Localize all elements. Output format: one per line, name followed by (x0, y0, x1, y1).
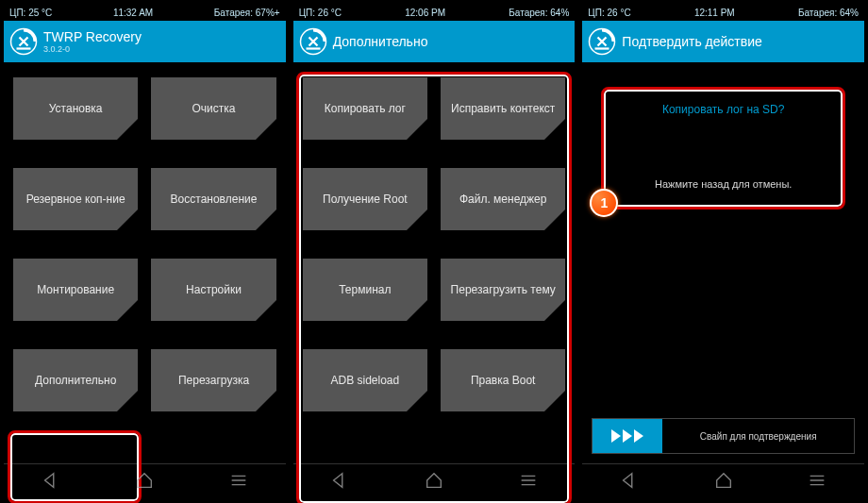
status-cpu: ЦП: 26 °C (588, 8, 630, 18)
tile-grid: Копировать лог Исправить контекст Получе… (303, 77, 566, 411)
reload-theme-button[interactable]: Перезагрузить тему (441, 259, 565, 321)
screen-advanced: ЦП: 26 °C 12:06 PM Батарея: 64% Дополнит… (293, 4, 576, 499)
screen-confirm: ЦП: 26 °C 12:11 PM Батарея: 64% Подтверд… (582, 4, 864, 499)
settings-button[interactable]: Настройки (151, 259, 275, 321)
home-icon[interactable] (713, 470, 734, 495)
header: Дополнительно (293, 21, 576, 62)
navbar (4, 463, 286, 499)
header-text: TWRP Recovery 3.0.2-0 (43, 29, 142, 54)
menu-icon[interactable] (807, 470, 827, 495)
tile-grid: Установка Очистка Резервное коп-ние Восс… (13, 77, 276, 411)
status-battery: Батарея: 64% (798, 8, 859, 18)
navbar (582, 463, 864, 499)
header: Подтвердить действие (582, 21, 864, 62)
swipe-slider-icon[interactable] (593, 419, 662, 453)
get-root-button[interactable]: Получение Root (303, 168, 427, 230)
statusbar: ЦП: 26 °C 12:06 PM Батарея: 64% (293, 4, 576, 21)
status-time: 12:06 PM (405, 8, 445, 18)
boot-edit-button[interactable]: Правка Boot (441, 349, 565, 411)
page-subtitle: 3.0.2-0 (43, 44, 142, 54)
status-battery: Батарея: 64% (509, 8, 569, 18)
reboot-button[interactable]: Перезагрузка (151, 349, 275, 411)
home-icon[interactable] (134, 470, 155, 495)
header-text: Подтвердить действие (622, 34, 761, 49)
content: Копировать лог Исправить контекст Получе… (293, 62, 576, 463)
copy-log-button[interactable]: Копировать лог (303, 77, 427, 140)
twrp-logo-icon (299, 27, 327, 56)
back-icon[interactable] (41, 470, 61, 495)
navbar (293, 463, 576, 499)
back-icon[interactable] (619, 470, 640, 495)
wipe-button[interactable]: Очистка (151, 77, 275, 140)
twrp-logo-icon (9, 27, 38, 56)
statusbar: ЦП: 25 °C 11:32 AM Батарея: 67%+ (4, 4, 286, 21)
content: Установка Очистка Резервное коп-ние Восс… (4, 62, 286, 463)
status-time: 12:11 PM (694, 8, 735, 18)
status-battery: Батарея: 67%+ (214, 8, 280, 18)
swipe-label: Свайп для подтверждения (662, 419, 854, 453)
menu-icon[interactable] (518, 470, 539, 495)
page-title: Подтвердить действие (622, 34, 761, 49)
confirm-cancel-hint: Нажмите назад для отмены. (655, 178, 792, 190)
status-cpu: ЦП: 25 °C (9, 8, 52, 18)
mount-button[interactable]: Монтирование (13, 259, 138, 321)
home-icon[interactable] (424, 470, 444, 495)
swipe-confirm[interactable]: Свайп для подтверждения (592, 418, 855, 454)
statusbar: ЦП: 26 °C 12:11 PM Батарея: 64% (582, 4, 864, 21)
backup-button[interactable]: Резервное коп-ние (13, 168, 138, 230)
step-badge: 1 (590, 189, 618, 217)
confirm-question: Копировать лог на SD? (662, 103, 784, 116)
advanced-button[interactable]: Дополнительно (13, 349, 138, 411)
status-cpu: ЦП: 26 °C (299, 8, 342, 18)
content: Копировать лог на SD? Нажмите назад для … (582, 62, 864, 463)
terminal-button[interactable]: Терминал (303, 259, 427, 321)
page-title: Дополнительно (333, 34, 428, 49)
restore-button[interactable]: Восстановление (151, 168, 275, 230)
page-title: TWRP Recovery (43, 29, 142, 44)
fix-contexts-button[interactable]: Исправить контекст (441, 77, 565, 140)
header-text: Дополнительно (333, 34, 428, 49)
confirm-box: Копировать лог на SD? Нажмите назад для … (601, 87, 845, 210)
adb-sideload-button[interactable]: ADB sideload (303, 349, 427, 411)
file-manager-button[interactable]: Файл. менеджер (441, 168, 565, 230)
menu-icon[interactable] (228, 470, 249, 495)
status-time: 11:32 AM (113, 8, 153, 18)
install-button[interactable]: Установка (13, 77, 138, 140)
twrp-logo-icon (588, 27, 616, 56)
back-icon[interactable] (329, 470, 350, 495)
header: TWRP Recovery 3.0.2-0 (4, 21, 286, 62)
screen-main: ЦП: 25 °C 11:32 AM Батарея: 67%+ TWRP Re… (4, 4, 286, 499)
